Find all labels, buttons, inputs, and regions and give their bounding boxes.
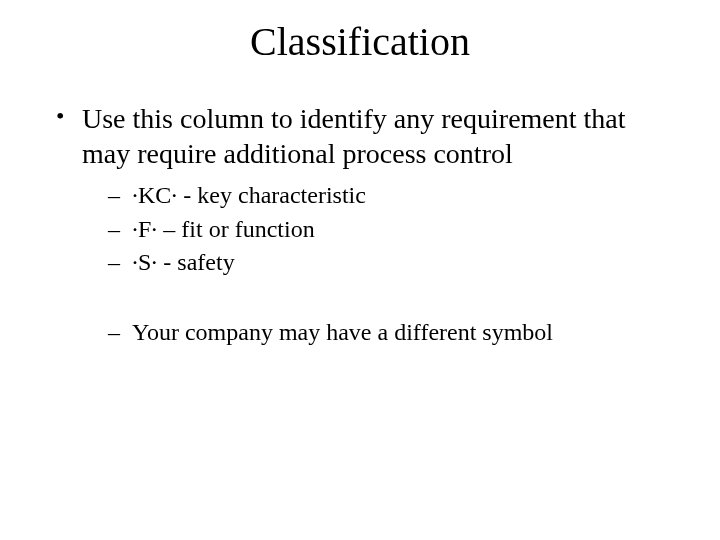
sub-item-note: Your company may have a different symbol xyxy=(108,316,680,350)
sub-item-kc: ·KC· - key characteristic xyxy=(108,179,680,213)
sub-list: ·KC· - key characteristic ·F· – fit or f… xyxy=(82,179,680,280)
spacer xyxy=(82,280,680,308)
sub-item-f: ·F· – fit or function xyxy=(108,213,680,247)
sub-list-note: Your company may have a different symbol xyxy=(82,316,680,350)
bullet-list: Use this column to identify any requirem… xyxy=(40,101,680,349)
slide: Classification Use this column to identi… xyxy=(0,0,720,540)
bullet-main-text: Use this column to identify any requirem… xyxy=(82,103,626,169)
bullet-main: Use this column to identify any requirem… xyxy=(54,101,680,349)
slide-title: Classification xyxy=(40,18,680,65)
sub-item-s: ·S· - safety xyxy=(108,246,680,280)
